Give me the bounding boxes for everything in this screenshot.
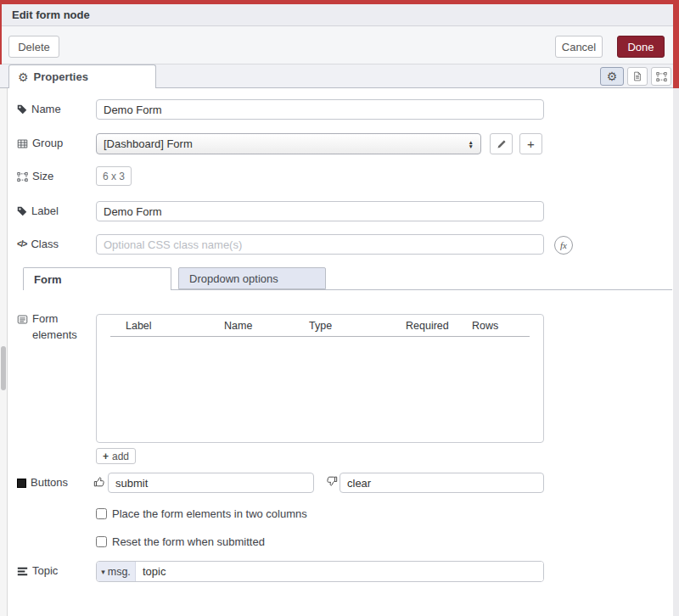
tag-icon xyxy=(17,206,27,216)
tag-icon xyxy=(17,104,27,115)
two-columns-option: Place the form elements in two columns xyxy=(96,507,307,520)
clear-button-text-input[interactable] xyxy=(340,473,544,493)
select-arrows-icon: ▲▼ xyxy=(469,140,474,148)
submit-button-text-input[interactable] xyxy=(108,473,314,493)
top-red-bar xyxy=(0,0,679,4)
group-select-value: [Dashboard] Form xyxy=(104,137,193,150)
done-button[interactable]: Done xyxy=(617,36,665,58)
add-element-button[interactable]: + add xyxy=(96,448,136,464)
name-input[interactable] xyxy=(96,99,544,120)
group-select[interactable]: [Dashboard] Form ▲▼ xyxy=(96,133,481,154)
delete-button[interactable]: Delete xyxy=(8,36,59,58)
size-value: 6 x 3 xyxy=(103,171,125,182)
class-input[interactable] xyxy=(96,234,544,255)
edit-group-button[interactable] xyxy=(490,133,513,154)
object-group-icon xyxy=(17,171,28,182)
reset-form-label: Reset the form when submitted xyxy=(112,535,265,548)
label-input[interactable] xyxy=(96,201,544,221)
gear-icon: ⚙ xyxy=(18,71,29,83)
table-header-type: Type xyxy=(309,320,332,332)
thumbs-up-icon xyxy=(93,476,105,488)
form-elements-table: Label Name Type Required Rows xyxy=(96,314,544,443)
square-icon xyxy=(17,479,26,488)
class-field-label: </> Class xyxy=(17,234,59,255)
topic-input[interactable] xyxy=(136,562,543,581)
topic-typed-input: ▾ msg. xyxy=(96,561,544,582)
tab-dropdown-options-label: Dropdown options xyxy=(189,272,278,285)
buttons-field-label: Buttons xyxy=(17,473,68,493)
description-section-button[interactable] xyxy=(627,67,648,86)
tab-properties[interactable]: ⚙ Properties xyxy=(8,64,156,88)
topic-type-label: msg. xyxy=(108,566,131,578)
form-elements-label: Form elements xyxy=(17,311,85,343)
chevron-down-icon: ▾ xyxy=(101,568,105,576)
size-button[interactable]: 6 x 3 xyxy=(96,166,132,186)
cancel-button-label: Cancel xyxy=(562,41,596,53)
properties-section-button[interactable]: ⚙ xyxy=(600,67,624,86)
left-scrollbar-track[interactable] xyxy=(0,88,8,616)
list-alt-icon xyxy=(17,314,28,325)
table-header-name: Name xyxy=(224,320,252,332)
topic-type-select[interactable]: ▾ msg. xyxy=(97,562,136,581)
appearance-section-button[interactable] xyxy=(651,67,671,86)
size-field-label: Size xyxy=(17,166,53,187)
table-header-divider xyxy=(110,336,530,337)
dialog-title: Edit form node xyxy=(12,4,90,25)
done-button-label: Done xyxy=(627,41,654,53)
delete-button-label: Delete xyxy=(18,41,50,53)
thumbs-down-icon xyxy=(326,475,338,487)
two-columns-checkbox[interactable] xyxy=(96,508,107,519)
dialog-tabbar: ⚙ Properties ⚙ xyxy=(0,64,679,88)
group-field-label: Group xyxy=(17,133,63,154)
reset-form-option: Reset the form when submitted xyxy=(96,535,265,548)
tab-form-label: Form xyxy=(34,273,62,286)
add-group-button[interactable]: + xyxy=(519,133,542,154)
two-columns-label: Place the form elements in two columns xyxy=(112,507,307,520)
table-icon xyxy=(17,138,28,149)
plus-icon: + xyxy=(527,137,535,151)
topic-field-label: Topic xyxy=(17,561,58,581)
code-icon: </> xyxy=(17,234,26,255)
fx-badge: fx xyxy=(554,236,573,255)
tab-form[interactable]: Form xyxy=(23,267,171,290)
name-field-label: Name xyxy=(17,99,61,120)
document-icon xyxy=(632,70,643,82)
edit-form-node-dialog: Edit form node Delete Cancel Done ⚙ Prop… xyxy=(0,0,679,616)
table-header-required: Required xyxy=(406,320,449,332)
add-element-button-label: add xyxy=(112,451,129,462)
gear-icon: ⚙ xyxy=(607,70,618,82)
tasks-icon xyxy=(17,566,28,577)
right-edge-gutter xyxy=(673,88,679,616)
reset-form-checkbox[interactable] xyxy=(96,536,107,547)
dialog-toolbar: Delete Cancel Done xyxy=(0,26,679,64)
table-header-rows: Rows xyxy=(472,320,498,332)
object-group-icon xyxy=(656,71,667,82)
tab-dropdown-options[interactable]: Dropdown options xyxy=(178,267,326,289)
tab-properties-label: Properties xyxy=(34,70,88,83)
left-red-edge xyxy=(0,4,2,64)
scrollbar-thumb[interactable] xyxy=(1,346,6,390)
table-header-label: Label xyxy=(126,320,152,332)
right-red-edge xyxy=(673,0,679,88)
cancel-button[interactable]: Cancel xyxy=(555,36,603,58)
label-field-label: Label xyxy=(17,201,59,221)
plus-icon: + xyxy=(103,451,109,462)
dialog-titlebar: Edit form node xyxy=(0,4,679,26)
pencil-icon xyxy=(497,139,507,149)
